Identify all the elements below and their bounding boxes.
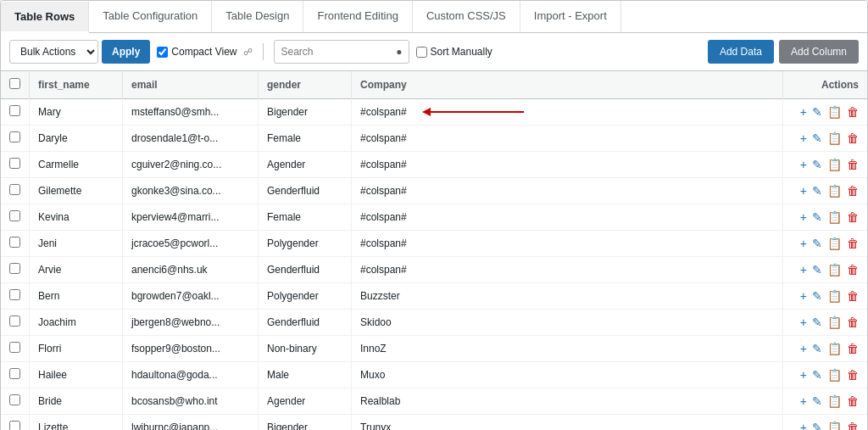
copy-row-button[interactable]: 📋 xyxy=(827,210,842,224)
bulk-actions-wrap: Bulk Actions Apply xyxy=(9,40,150,64)
copy-row-button[interactable]: 📋 xyxy=(827,342,842,355)
delete-row-button[interactable]: 🗑 xyxy=(847,210,859,224)
row-checkbox[interactable] xyxy=(9,158,20,169)
sort-manually-label: Sort Manually xyxy=(431,46,492,58)
add-row-button[interactable]: + xyxy=(800,342,807,355)
edit-row-button[interactable]: ✎ xyxy=(812,421,822,430)
copy-row-button[interactable]: 📋 xyxy=(827,184,842,198)
edit-row-button[interactable]: ✎ xyxy=(812,210,822,224)
copy-row-button[interactable]: 📋 xyxy=(827,131,842,145)
cell-company: Skidoo xyxy=(352,310,783,336)
add-row-button[interactable]: + xyxy=(800,210,807,224)
row-checkbox[interactable] xyxy=(9,342,20,353)
table-row: Bridebcosansb@who.intAgenderRealblab + ✎… xyxy=(1,388,867,415)
cell-actions: + ✎ 📋 🗑 xyxy=(782,204,867,231)
cell-actions: + ✎ 📋 🗑 xyxy=(782,231,867,257)
delete-row-button[interactable]: 🗑 xyxy=(847,131,859,145)
row-checkbox[interactable] xyxy=(9,131,20,142)
cell-actions: + ✎ 📋 🗑 xyxy=(782,126,867,152)
delete-row-button[interactable]: 🗑 xyxy=(847,368,859,382)
select-all-checkbox[interactable] xyxy=(9,78,20,89)
edit-row-button[interactable]: ✎ xyxy=(812,184,822,198)
delete-row-button[interactable]: 🗑 xyxy=(847,421,859,430)
edit-row-button[interactable]: ✎ xyxy=(812,237,822,250)
copy-row-button[interactable]: 📋 xyxy=(827,368,842,382)
copy-row-button[interactable]: 📋 xyxy=(827,289,842,303)
tab-table-configuration[interactable]: Table Configuration xyxy=(89,1,212,32)
copy-row-button[interactable]: 📋 xyxy=(827,394,842,408)
cell-email: gkonke3@sina.co... xyxy=(123,178,259,204)
toolbar-divider xyxy=(263,43,264,60)
cell-gender: Bigender xyxy=(259,415,352,431)
row-checkbox[interactable] xyxy=(9,394,20,405)
edit-row-button[interactable]: ✎ xyxy=(812,158,822,171)
cell-email: bgrowden7@oakl... xyxy=(123,283,259,310)
add-row-button[interactable]: + xyxy=(800,184,807,198)
add-row-button[interactable]: + xyxy=(800,131,807,145)
cell-gender: Agender xyxy=(259,152,352,178)
edit-row-button[interactable]: ✎ xyxy=(812,131,822,145)
add-row-button[interactable]: + xyxy=(800,105,807,119)
cell-email: anenci6@nhs.uk xyxy=(123,257,259,283)
apply-button[interactable]: Apply xyxy=(102,40,150,64)
add-row-button[interactable]: + xyxy=(800,421,807,430)
tab-custom-css-js[interactable]: Custom CSS/JS xyxy=(413,1,520,32)
delete-row-button[interactable]: 🗑 xyxy=(847,184,859,198)
copy-row-button[interactable]: 📋 xyxy=(827,316,842,329)
row-checkbox[interactable] xyxy=(9,210,20,221)
row-checkbox[interactable] xyxy=(9,316,20,327)
add-row-button[interactable]: + xyxy=(800,368,807,382)
edit-row-button[interactable]: ✎ xyxy=(812,342,822,355)
row-checkbox[interactable] xyxy=(9,237,20,248)
edit-row-button[interactable]: ✎ xyxy=(812,316,822,329)
delete-row-button[interactable]: 🗑 xyxy=(847,263,859,276)
delete-row-button[interactable]: 🗑 xyxy=(847,289,859,303)
delete-row-button[interactable]: 🗑 xyxy=(847,105,859,119)
col-header-gender: gender xyxy=(259,71,352,99)
edit-row-button[interactable]: ✎ xyxy=(812,289,822,303)
tab-table-design[interactable]: Table Design xyxy=(212,1,303,32)
cell-first-name: Joachim xyxy=(30,310,123,336)
delete-row-button[interactable]: 🗑 xyxy=(847,237,859,250)
cell-actions: + ✎ 📋 🗑 xyxy=(782,310,867,336)
copy-row-button[interactable]: 📋 xyxy=(827,263,842,276)
search-input[interactable] xyxy=(274,40,409,64)
delete-row-button[interactable]: 🗑 xyxy=(847,342,859,355)
delete-row-button[interactable]: 🗑 xyxy=(847,316,859,329)
add-row-button[interactable]: + xyxy=(800,316,807,329)
tab-table-rows[interactable]: Table Rows xyxy=(1,2,89,33)
copy-row-button[interactable]: 📋 xyxy=(827,158,842,171)
row-checkbox[interactable] xyxy=(9,263,20,274)
add-row-button[interactable]: + xyxy=(800,158,807,171)
add-row-button[interactable]: + xyxy=(800,263,807,276)
row-checkbox[interactable] xyxy=(9,105,20,116)
tab-frontend-editing[interactable]: Frontend Editing xyxy=(303,1,412,32)
add-row-button[interactable]: + xyxy=(800,237,807,250)
edit-row-button[interactable]: ✎ xyxy=(812,263,822,276)
add-row-button[interactable]: + xyxy=(800,289,807,303)
cell-gender: Genderfluid xyxy=(259,310,352,336)
row-checkbox[interactable] xyxy=(9,184,20,195)
delete-row-button[interactable]: 🗑 xyxy=(847,394,859,408)
add-row-button[interactable]: + xyxy=(800,394,807,408)
copy-row-button[interactable]: 📋 xyxy=(827,105,842,119)
compact-view-checkbox[interactable] xyxy=(157,47,168,58)
cell-company: InnoZ xyxy=(352,336,783,362)
row-checkbox[interactable] xyxy=(9,289,20,300)
copy-row-button[interactable]: 📋 xyxy=(827,237,842,250)
edit-row-button[interactable]: ✎ xyxy=(812,368,822,382)
edit-row-button[interactable]: ✎ xyxy=(812,105,822,119)
row-checkbox[interactable] xyxy=(9,368,20,379)
add-column-button[interactable]: Add Column xyxy=(779,40,859,64)
row-checkbox[interactable] xyxy=(9,421,20,430)
edit-row-button[interactable]: ✎ xyxy=(812,394,822,408)
add-data-button[interactable]: Add Data xyxy=(708,40,774,64)
col-header-company: Company xyxy=(352,71,783,99)
bulk-actions-select[interactable]: Bulk Actions xyxy=(9,40,98,64)
cell-company: #colspan# xyxy=(352,152,783,178)
cell-first-name: Bride xyxy=(30,388,123,415)
copy-row-button[interactable]: 📋 xyxy=(827,421,842,430)
delete-row-button[interactable]: 🗑 xyxy=(847,158,859,171)
tab-import-export[interactable]: Import - Export xyxy=(520,1,621,32)
sort-manually-checkbox[interactable] xyxy=(416,47,427,58)
